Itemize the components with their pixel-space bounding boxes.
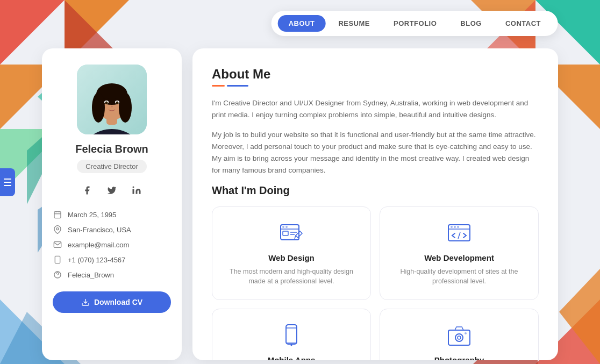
svg-point-23: [92, 92, 105, 123]
svg-rect-31: [54, 212, 61, 218]
twitter-icon[interactable]: [103, 182, 120, 199]
facebook-icon[interactable]: [78, 182, 96, 199]
svg-point-27: [105, 102, 108, 104]
svg-point-53: [457, 226, 459, 228]
email-icon: [53, 240, 62, 249]
info-phone: +1 (070) 123-4567: [53, 255, 171, 265]
social-icons: [78, 182, 145, 199]
toggle-line-1: [4, 179, 11, 180]
svg-line-48: [295, 235, 296, 239]
toggle-line-2: [4, 182, 11, 183]
svg-point-61: [458, 336, 461, 339]
web-dev-icon: [446, 220, 473, 247]
nav-portfolio[interactable]: PORTFOLIO: [383, 15, 447, 32]
service-photo-name: Photography: [434, 355, 484, 360]
svg-point-43: [282, 226, 284, 228]
service-web-design-name: Web Design: [268, 253, 315, 262]
svg-point-30: [133, 187, 134, 188]
download-icon: [81, 298, 90, 306]
svg-line-54: [458, 232, 460, 239]
nav-blog[interactable]: BLOG: [449, 15, 492, 32]
info-list: March 25, 1995 San-Francisco, USA: [53, 210, 171, 280]
doing-title: What I'm Doing: [212, 184, 539, 197]
nav-about[interactable]: ABOUT: [278, 15, 326, 32]
nav-contact[interactable]: CONTACT: [495, 15, 552, 32]
service-mobile-name: Mobile Apps: [268, 355, 316, 360]
calendar-icon: [53, 210, 62, 219]
linkedin-icon[interactable]: [128, 182, 145, 199]
svg-point-60: [455, 334, 463, 341]
person-name: Felecia Brown: [75, 143, 148, 155]
mobile-icon: [278, 322, 305, 349]
info-skype: Felecia_Brown: [53, 270, 171, 280]
svg-point-51: [451, 226, 453, 228]
main-card: About Me I'm Creative Director and UI/UX…: [192, 48, 558, 360]
skype-icon: [53, 270, 62, 280]
svg-rect-45: [283, 231, 288, 235]
title-badge: Creative Director: [77, 160, 147, 173]
sidebar-toggle[interactable]: [0, 168, 15, 196]
avatar: [77, 65, 147, 134]
svg-point-35: [56, 228, 59, 230]
service-web-design-desc: The most modern and high-quality design …: [223, 267, 360, 287]
title-underline: [212, 85, 539, 87]
navbar: ABOUT RESUME PORTFOLIO BLOG CONTACT: [272, 11, 558, 36]
svg-point-62: [465, 332, 467, 334]
service-web-dev-desc: High-quality development of sites at the…: [391, 267, 527, 287]
svg-point-29: [111, 106, 113, 108]
info-birthday: March 25, 1995: [53, 210, 171, 219]
service-web-dev: Web Development High-quality development…: [380, 206, 539, 301]
sidebar-card: Felecia Brown Creative Director: [42, 48, 182, 360]
underline-blue: [227, 85, 248, 87]
service-web-dev-name: Web Development: [424, 253, 494, 262]
svg-point-44: [285, 226, 288, 228]
photography-icon: [446, 322, 473, 349]
location-icon: [53, 225, 62, 234]
toggle-line-3: [4, 185, 11, 186]
services-grid: Web Design The most modern and high-qual…: [212, 206, 539, 360]
card-container: Felecia Brown Creative Director: [42, 48, 558, 360]
about-para-2: My job is to build your website so that …: [212, 129, 539, 177]
about-para-1: I'm Creative Director and UI/UX Designer…: [212, 97, 539, 122]
about-title: About Me: [212, 67, 539, 82]
info-email: example@mail.com: [53, 240, 171, 249]
info-location: San-Francisco, USA: [53, 225, 171, 234]
page-wrapper: Felecia Brown Creative Director: [0, 0, 600, 364]
svg-point-24: [119, 92, 132, 123]
service-web-design: Web Design The most modern and high-qual…: [212, 206, 371, 301]
service-mobile: Mobile Apps Professional development of …: [212, 309, 371, 360]
svg-point-28: [116, 102, 119, 104]
service-photo: Photography I make high-quality photos o…: [380, 309, 539, 360]
svg-point-58: [291, 345, 292, 346]
svg-rect-59: [448, 330, 470, 345]
nav-resume[interactable]: RESUME: [327, 15, 381, 32]
underline-orange: [212, 85, 225, 87]
svg-point-52: [454, 226, 456, 228]
phone-icon: [53, 255, 62, 265]
web-design-icon: [278, 220, 305, 247]
download-cv-button[interactable]: Download CV: [53, 291, 171, 313]
